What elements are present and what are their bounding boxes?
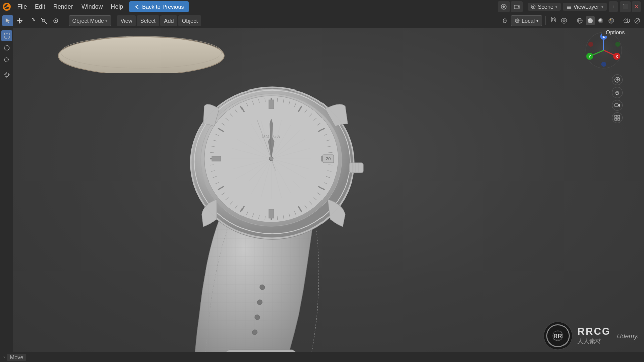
solid-shading-btn[interactable]: [586, 16, 595, 25]
add-menu-btn[interactable]: Add: [160, 15, 178, 26]
view-menu-btn[interactable]: View: [117, 15, 136, 26]
left-sidebar: [0, 28, 13, 362]
rendered-btn[interactable]: [607, 16, 616, 25]
menu-window[interactable]: Window: [77, 0, 107, 13]
scale-icon: [40, 17, 47, 24]
select-box-tool[interactable]: [1, 30, 12, 41]
svg-point-54: [257, 300, 262, 305]
svg-rect-10: [567, 7, 571, 8]
svg-marker-6: [518, 5, 519, 8]
status-move-btn[interactable]: Move: [7, 354, 26, 361]
svg-rect-188: [618, 118, 620, 120]
mode-chevron: ▾: [105, 18, 108, 23]
watch-3d-model: OMEGA 20: [114, 43, 441, 352]
viewlayer-icon: [566, 4, 571, 9]
svg-point-37: [609, 18, 614, 23]
svg-point-20: [55, 20, 57, 21]
pan-btn[interactable]: [612, 87, 623, 98]
overlay-dropdown-btn[interactable]: [622, 16, 631, 25]
navigation-gizmo[interactable]: Z X Y: [584, 30, 624, 70]
orthographic-btn[interactable]: [612, 112, 623, 123]
rotate-tool-btn[interactable]: [26, 15, 37, 26]
svg-rect-14: [43, 20, 45, 22]
svg-text:20: 20: [326, 156, 331, 161]
move-label: Move: [10, 354, 23, 360]
box-select-icon: [3, 32, 10, 39]
svg-rect-160: [349, 163, 363, 173]
scene-name: Scene: [538, 4, 553, 10]
options-button[interactable]: Options: [602, 28, 629, 36]
transform-tool-btn[interactable]: [50, 15, 61, 26]
menu-edit[interactable]: Edit: [31, 0, 49, 13]
menu-file[interactable]: File: [13, 0, 31, 13]
zoom-in-icon: [614, 77, 620, 83]
back-arrow-icon: [134, 4, 140, 10]
menu-render[interactable]: Render: [49, 0, 77, 13]
zoom-out-btn[interactable]: [612, 100, 623, 111]
local-icon: [514, 18, 520, 24]
material-icon: [597, 17, 604, 24]
zoom-in-btn[interactable]: [612, 74, 623, 85]
link-icon: [501, 17, 508, 24]
status-bar: › Move: [0, 352, 644, 362]
svg-point-56: [252, 330, 257, 335]
svg-text:Y: Y: [589, 55, 591, 58]
two-circles-icon: [623, 17, 630, 24]
separator-1: [66, 16, 66, 25]
cursor-tool-btn[interactable]: [2, 15, 13, 26]
chinese-label: 人人素材: [577, 337, 601, 346]
circle-select-tool[interactable]: [1, 42, 12, 53]
udemy-label: Udemy.: [617, 332, 639, 340]
camera-nav-icon: [614, 102, 620, 108]
blender-logo[interactable]: [0, 0, 13, 13]
cursor-icon: [4, 17, 11, 24]
lasso-select-tool[interactable]: [1, 54, 12, 65]
svg-point-30: [564, 20, 565, 21]
svg-point-8: [532, 6, 534, 8]
close-btn[interactable]: ✕: [632, 1, 641, 12]
engine-eevee-btn[interactable]: [498, 1, 510, 12]
toolbar-row: Object Mode ▾ View Select Add Object: [0, 13, 644, 28]
separator-4: [572, 16, 572, 25]
partial-top-object: [53, 28, 229, 73]
svg-line-16: [45, 22, 47, 24]
xray-btn[interactable]: [633, 16, 642, 25]
cursor-tool[interactable]: [1, 69, 12, 80]
view-label: View: [120, 18, 132, 24]
object-mode-dropdown[interactable]: Object Mode ▾: [69, 15, 111, 26]
fullscreen-btn[interactable]: ⬛: [620, 1, 631, 12]
svg-line-17: [45, 18, 47, 20]
main-viewport[interactable]: OMEGA 20: [13, 28, 644, 352]
svg-rect-185: [615, 115, 617, 117]
menu-help[interactable]: Help: [107, 0, 127, 13]
add-workspace-btn[interactable]: +: [609, 1, 618, 12]
svg-point-179: [615, 42, 620, 47]
grid-nav-icon: [614, 115, 620, 121]
svg-rect-44: [4, 33, 9, 38]
svg-text:X: X: [616, 55, 618, 58]
move-tool-btn[interactable]: [14, 15, 25, 26]
svg-rect-11: [567, 8, 571, 9]
proportional-edit-btn[interactable]: [559, 16, 569, 25]
svg-point-38: [610, 19, 611, 20]
3d-cursor-icon: [3, 71, 10, 78]
snap-grid-btn[interactable]: [549, 16, 558, 25]
select-label: Select: [140, 18, 156, 24]
render-properties-btn[interactable]: [511, 1, 523, 12]
svg-point-53: [260, 285, 265, 290]
svg-rect-81: [269, 209, 274, 218]
separator-3: [545, 16, 546, 25]
object-menu-btn[interactable]: Object: [178, 15, 201, 26]
viewlayer-selector[interactable]: ViewLayer ▾: [563, 3, 606, 11]
svg-point-171: [601, 62, 606, 67]
local-dropdown[interactable]: Local ▾: [511, 15, 542, 26]
scene-selector[interactable]: Scene ▾: [528, 3, 561, 11]
circle-select-icon: [3, 44, 10, 51]
material-preview-btn[interactable]: [596, 16, 605, 25]
scale-tool-btn[interactable]: [38, 15, 49, 26]
snap-link-btn[interactable]: [500, 16, 509, 25]
select-menu-btn[interactable]: Select: [137, 15, 159, 26]
wireframe-btn[interactable]: [575, 16, 584, 25]
back-to-previous-button[interactable]: Back to Previous: [129, 1, 189, 12]
hand-pan-icon: [614, 89, 620, 96]
